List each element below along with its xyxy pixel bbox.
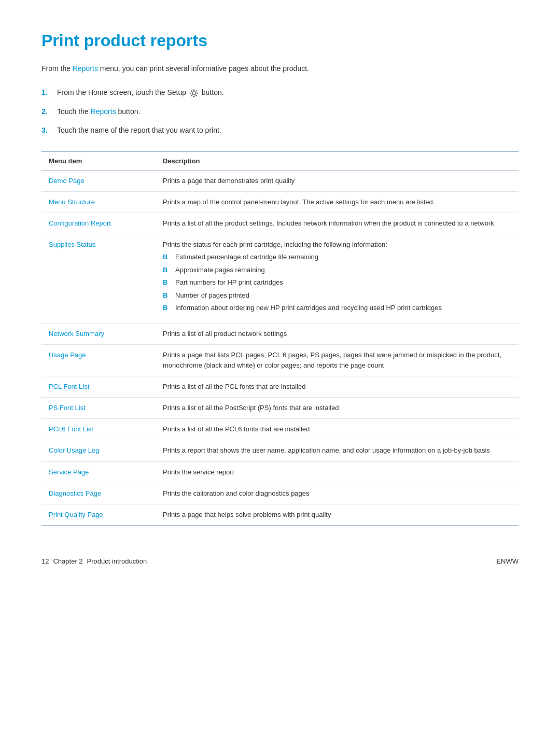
svg-point-5 <box>191 90 192 92</box>
menu-item-link[interactable]: Color Usage Log <box>49 446 100 454</box>
table-row: Color Usage LogPrints a report that show… <box>41 440 519 461</box>
menu-item-link[interactable]: Supplies Status <box>49 241 95 248</box>
table-row: Print Quality PagePrints a page that hel… <box>41 504 519 526</box>
bullet-icon: B <box>163 290 172 301</box>
menu-item-link[interactable]: Usage Page <box>49 351 86 359</box>
menu-item-link[interactable]: PCL6 Font List <box>49 425 93 433</box>
svg-point-6 <box>195 95 197 96</box>
description-text: Prints a report that shows the user name… <box>156 440 519 461</box>
menu-item-link[interactable]: Diagnostics Page <box>49 489 101 497</box>
steps-list: 1. From the Home screen, touch the Setup… <box>41 87 519 136</box>
menu-item-cell: Network Summary <box>41 323 156 344</box>
menu-item-link[interactable]: Demo Page <box>49 177 85 185</box>
description-text: Prints the calibration and color diagnos… <box>156 483 519 504</box>
bullet-list: BEstimated percentage of cartridge life … <box>163 250 511 318</box>
menu-item-cell: Supplies Status <box>41 234 156 323</box>
bullet-icon: B <box>163 303 172 313</box>
bullet-text: Estimated percentage of cartridge life r… <box>175 252 318 262</box>
description-text: Prints a page that helps solve problems … <box>156 504 519 526</box>
bullet-text: Part numbers for HP print cartridges <box>175 277 283 288</box>
menu-item-link[interactable]: Configuration Report <box>49 219 111 227</box>
description-text: Prints a list of all the PostScript (PS)… <box>156 398 519 419</box>
bullet-text: Approximate pages remaining <box>175 265 265 275</box>
bullet-item: BNumber of pages printed <box>163 290 511 301</box>
step-2: 2. Touch the Reports button. <box>41 106 519 117</box>
menu-item-link[interactable]: Service Page <box>49 468 89 476</box>
menu-item-link[interactable]: Menu Structure <box>49 198 95 206</box>
table-row: PCL6 Font ListPrints a list of all the P… <box>41 419 519 440</box>
svg-point-0 <box>192 92 195 95</box>
footer-left: 12 Chapter 2 Product introduction <box>41 557 147 565</box>
bullet-icon: B <box>163 252 172 262</box>
description-text: Prints the service report <box>156 461 519 483</box>
table-body: Demo PagePrints a page that demonstrates… <box>41 170 519 526</box>
table-row: Demo PagePrints a page that demonstrates… <box>41 170 519 191</box>
menu-item-cell: PCL Font List <box>41 376 156 398</box>
table-row: PS Font ListPrints a list of all the Pos… <box>41 398 519 419</box>
description-text: Prints a list of all the product setting… <box>156 213 519 234</box>
table-row: Usage PagePrints a page that lists PCL p… <box>41 344 519 376</box>
description-text: Prints a list of all the PCL6 fonts that… <box>156 419 519 440</box>
svg-point-8 <box>191 95 192 96</box>
step-3-text: Touch the name of the report that you wa… <box>57 124 221 136</box>
svg-point-1 <box>193 89 195 91</box>
footer-page-number: 12 <box>41 557 49 565</box>
menu-item-link[interactable]: PS Font List <box>49 404 86 412</box>
menu-item-link[interactable]: Print Quality Page <box>49 511 103 518</box>
step-1-text: From the Home screen, touch the Setup bu… <box>57 87 224 98</box>
footer-chapter: Chapter 2 <box>53 557 82 565</box>
table-row: Menu StructurePrints a map of the contro… <box>41 191 519 213</box>
bullet-icon: B <box>163 277 172 288</box>
col-description-header: Description <box>156 151 519 171</box>
table-row: Configuration ReportPrints a list of all… <box>41 213 519 234</box>
menu-item-cell: Usage Page <box>41 344 156 376</box>
reports-link-intro[interactable]: Reports <box>73 64 98 73</box>
reports-link-step2[interactable]: Reports <box>91 107 116 116</box>
menu-item-cell: Demo Page <box>41 170 156 191</box>
page-title: Print product reports <box>41 31 519 50</box>
step-2-number: 2. <box>41 106 57 117</box>
menu-item-cell: Color Usage Log <box>41 440 156 461</box>
table-header-row: Menu item Description <box>41 151 519 171</box>
bullet-item: BEstimated percentage of cartridge life … <box>163 252 511 262</box>
footer-enww: ENWW <box>496 557 519 565</box>
menu-item-link[interactable]: PCL Font List <box>49 383 89 390</box>
menu-item-cell: Diagnostics Page <box>41 483 156 504</box>
menu-item-cell: Configuration Report <box>41 213 156 234</box>
description-text: Prints a page that demonstrates print qu… <box>156 170 519 191</box>
description-text: Prints a list of all product network set… <box>156 323 519 344</box>
menu-item-link[interactable]: Network Summary <box>49 330 104 338</box>
report-table: Menu item Description Demo PagePrints a … <box>41 151 519 526</box>
step-3-number: 3. <box>41 124 57 136</box>
step-2-text: Touch the Reports button. <box>57 106 140 117</box>
table-row: Supplies StatusPrints the status for eac… <box>41 234 519 323</box>
svg-point-3 <box>190 92 191 94</box>
table-row: PCL Font ListPrints a list of all the PC… <box>41 376 519 398</box>
bullet-item: BInformation about ordering new HP print… <box>163 303 511 313</box>
step-3: 3. Touch the name of the report that you… <box>41 124 519 136</box>
col-menu-item-header: Menu item <box>41 151 156 171</box>
intro-text: From the Reports menu, you can print sev… <box>41 63 519 74</box>
description-text: Prints a page that lists PCL pages, PCL … <box>156 344 519 376</box>
description-text: Prints the status for each print cartrid… <box>163 240 511 250</box>
table-row: Diagnostics PagePrints the calibration a… <box>41 483 519 504</box>
description-text: Prints a map of the control panel-menu l… <box>156 191 519 213</box>
page-footer: 12 Chapter 2 Product introduction ENWW <box>41 557 519 565</box>
footer-right: ENWW <box>496 557 519 565</box>
svg-point-7 <box>195 90 197 92</box>
step-1: 1. From the Home screen, touch the Setup… <box>41 87 519 98</box>
table-row: Service PagePrints the service report <box>41 461 519 483</box>
svg-point-4 <box>197 92 198 94</box>
bullet-item: BPart numbers for HP print cartridges <box>163 277 511 288</box>
menu-item-cell: PCL6 Font List <box>41 419 156 440</box>
menu-item-cell: Menu Structure <box>41 191 156 213</box>
bullet-item: BApproximate pages remaining <box>163 265 511 275</box>
bullet-text: Information about ordering new HP print … <box>175 303 442 313</box>
table-header: Menu item Description <box>41 151 519 171</box>
bullet-text: Number of pages printed <box>175 290 249 301</box>
footer-chapter-title: Product introduction <box>87 557 147 565</box>
bullet-icon: B <box>163 265 172 275</box>
description-text: Prints a list of all the PCL fonts that … <box>156 376 519 398</box>
table-row: Network SummaryPrints a list of all prod… <box>41 323 519 344</box>
menu-item-cell: Print Quality Page <box>41 504 156 526</box>
